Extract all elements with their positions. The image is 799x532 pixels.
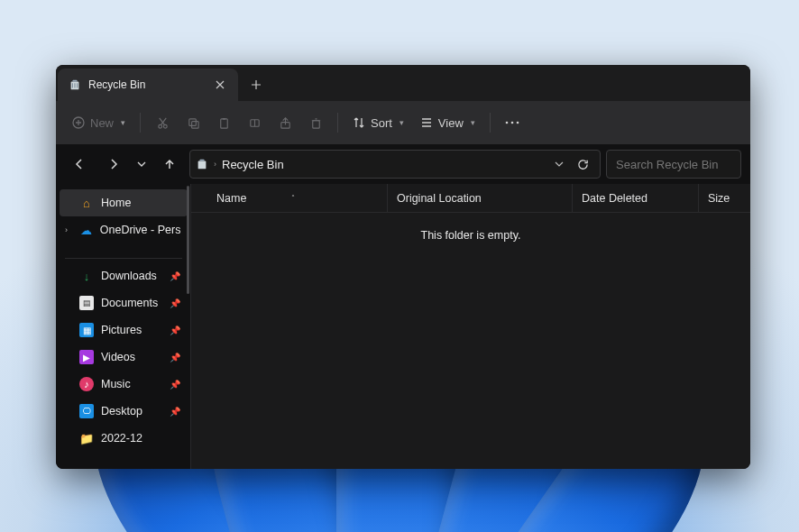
desktop-icon: 🖵 <box>79 404 94 418</box>
cut-button[interactable] <box>148 108 177 137</box>
svg-point-3 <box>158 124 161 128</box>
copy-button[interactable] <box>179 108 207 137</box>
sidebar-divider <box>65 258 182 259</box>
paste-button[interactable] <box>209 108 238 137</box>
sidebar-item-onedrive[interactable]: › ☁ OneDrive - Perso <box>60 216 188 243</box>
sidebar-item-label: Documents <box>101 297 158 309</box>
address-location: Recycle Bin <box>222 158 284 171</box>
new-label: New <box>90 116 114 130</box>
svg-rect-6 <box>191 121 198 128</box>
refresh-button[interactable] <box>571 150 594 179</box>
rename-button[interactable] <box>240 108 269 137</box>
new-button[interactable]: New ▾ <box>65 108 133 137</box>
sidebar-item-label: Home <box>101 197 131 209</box>
toolbar-separator <box>337 113 338 133</box>
column-header-date-deleted[interactable]: Date Deleted <box>573 184 699 212</box>
videos-icon: ▶ <box>79 350 94 364</box>
sidebar: ⌂ Home › ☁ OneDrive - Perso ↓ Downloads … <box>56 184 191 469</box>
svg-rect-11 <box>312 120 319 127</box>
chevron-right-icon: › <box>65 225 68 234</box>
sort-label: Sort <box>371 116 392 130</box>
document-icon: ▤ <box>79 296 94 310</box>
pin-icon: 📌 <box>170 380 180 390</box>
chevron-right-icon: › <box>214 160 216 169</box>
sidebar-item-pictures[interactable]: ▦ Pictures 📌 <box>60 316 188 344</box>
pictures-icon: ▦ <box>79 323 94 337</box>
view-button[interactable]: View ▾ <box>413 108 482 137</box>
sidebar-item-label: Desktop <box>101 405 142 417</box>
back-button[interactable] <box>65 150 94 179</box>
toolbar: New ▾ Sort ▾ View ▾ <box>56 101 750 144</box>
file-explorer-window: Recycle Bin New ▾ Sort ▾ View <box>56 65 750 469</box>
new-tab-button[interactable] <box>238 69 274 101</box>
sort-ascending-icon: ˄ <box>291 194 295 202</box>
more-button[interactable] <box>498 108 527 137</box>
svg-point-12 <box>506 122 509 124</box>
svg-point-14 <box>517 122 519 124</box>
delete-button[interactable] <box>301 108 330 137</box>
sidebar-item-label: 2022-12 <box>101 432 142 445</box>
sort-button[interactable]: Sort ▾ <box>345 108 411 137</box>
column-header-size[interactable]: Size <box>699 184 750 212</box>
svg-rect-16 <box>199 160 204 161</box>
recycle-bin-icon <box>69 78 81 91</box>
recycle-bin-icon <box>196 158 208 170</box>
toolbar-separator <box>490 113 491 133</box>
sidebar-item-label: Pictures <box>101 324 142 336</box>
svg-rect-1 <box>72 80 77 82</box>
sidebar-item-folder[interactable]: 📁 2022-12 <box>60 425 188 452</box>
chevron-down-icon: ▾ <box>121 118 125 127</box>
svg-rect-15 <box>198 161 207 170</box>
titlebar: Recycle Bin <box>56 65 750 101</box>
sidebar-item-documents[interactable]: ▤ Documents 📌 <box>60 289 188 316</box>
sidebar-scrollbar[interactable] <box>187 186 189 294</box>
sidebar-item-label: Downloads <box>101 270 157 282</box>
pin-icon: 📌 <box>170 326 180 335</box>
tab-title: Recycle Bin <box>88 78 145 91</box>
pin-icon: 📌 <box>170 353 180 362</box>
cloud-icon: ☁ <box>79 223 93 237</box>
sidebar-item-videos[interactable]: ▶ Videos 📌 <box>60 344 188 371</box>
download-icon: ↓ <box>79 269 94 283</box>
recent-button[interactable] <box>133 150 150 179</box>
toolbar-separator <box>140 113 141 133</box>
tab-close-button[interactable] <box>209 74 231 96</box>
view-label: View <box>438 116 464 130</box>
share-button[interactable] <box>271 108 299 137</box>
sidebar-item-label: Music <box>101 378 131 390</box>
tab-recycle-bin[interactable]: Recycle Bin <box>58 69 238 101</box>
svg-rect-8 <box>222 117 225 119</box>
sidebar-item-home[interactable]: ⌂ Home <box>60 189 188 216</box>
sidebar-item-music[interactable]: ♪ Music 📌 <box>60 371 188 398</box>
content-pane: Name ˄ Original Location Date Deleted Si… <box>191 184 750 469</box>
svg-point-13 <box>511 122 514 124</box>
column-header-name[interactable]: Name ˄ <box>207 184 388 212</box>
pin-icon: 📌 <box>170 298 180 308</box>
folder-icon: 📁 <box>79 431 94 445</box>
svg-point-4 <box>163 124 167 128</box>
sidebar-item-label: OneDrive - Perso <box>100 224 180 236</box>
up-button[interactable] <box>155 150 184 179</box>
nav-row: › Recycle Bin <box>56 144 750 184</box>
empty-folder-message: This folder is empty. <box>191 213 750 242</box>
address-bar[interactable]: › Recycle Bin <box>189 150 601 179</box>
forward-button[interactable] <box>99 150 128 179</box>
home-icon: ⌂ <box>79 196 94 210</box>
svg-rect-5 <box>188 118 196 125</box>
sidebar-item-desktop[interactable]: 🖵 Desktop 📌 <box>60 398 188 425</box>
pin-icon: 📌 <box>170 407 180 417</box>
address-dropdown-button[interactable] <box>549 150 569 179</box>
music-icon: ♪ <box>79 377 94 391</box>
sidebar-item-label: Videos <box>101 351 135 363</box>
search-input[interactable] <box>606 150 741 179</box>
sidebar-item-downloads[interactable]: ↓ Downloads 📌 <box>60 262 188 289</box>
chevron-down-icon: ▾ <box>400 118 404 127</box>
chevron-down-icon: ▾ <box>471 118 475 127</box>
svg-rect-7 <box>220 118 227 127</box>
pin-icon: 📌 <box>170 271 180 281</box>
column-header-original-location[interactable]: Original Location <box>388 184 573 212</box>
column-headers: Name ˄ Original Location Date Deleted Si… <box>191 184 750 213</box>
